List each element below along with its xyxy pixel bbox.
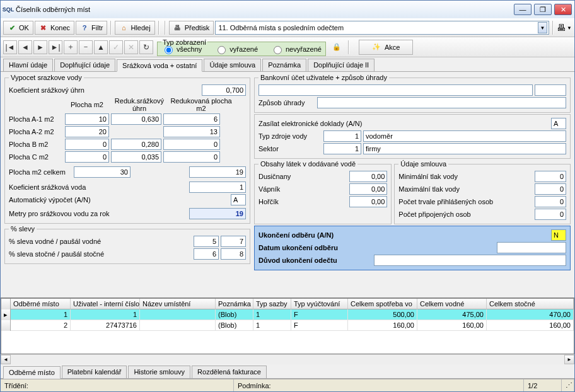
pripoj-input[interactable] (535, 209, 566, 220)
scroll-left-button[interactable]: ◄ (1, 355, 11, 364)
akce-button[interactable]: ✨Akce (359, 40, 413, 55)
col-pozn[interactable]: Poznámka (216, 299, 253, 309)
a1-redplocha-input[interactable] (163, 113, 220, 125)
min-tlak-input[interactable] (535, 171, 566, 182)
uk-an-input[interactable] (551, 229, 566, 241)
auto-input[interactable] (231, 194, 246, 205)
btab-kalendar[interactable]: Platební kalendář (62, 366, 127, 378)
btab-rozdel[interactable]: Rozdělená fakturace (192, 366, 267, 378)
sleva-stocne-b-input[interactable] (221, 248, 246, 260)
status-podminka: Podmínka: (234, 379, 524, 391)
sleva-stocne-a-input[interactable] (194, 248, 219, 260)
nav-prev-button[interactable]: ◄ (18, 40, 32, 54)
c-plocha-input[interactable] (65, 151, 109, 163)
nav-remove-button[interactable]: － (79, 40, 93, 54)
ok-button[interactable]: ✔OK (3, 21, 33, 35)
btab-historie[interactable]: Historie smlouvy (128, 366, 190, 378)
radio-vyrazene[interactable]: vyřazené (214, 44, 258, 54)
nav-refresh-button[interactable]: ↻ (139, 40, 153, 54)
koef-voda-input[interactable] (189, 182, 246, 193)
metry-input[interactable] (189, 208, 246, 219)
maximize-button[interactable]: ❐ (534, 4, 552, 15)
a2-redplocha-input[interactable] (163, 126, 220, 137)
col-uzivatel[interactable]: Uživatel - interní číslo (71, 299, 140, 309)
sektor-num-input[interactable] (323, 143, 361, 154)
radio-nevyrazene-input[interactable] (274, 46, 282, 54)
col-stocne[interactable]: Celkem stočné (487, 299, 574, 309)
nav-cancel-button[interactable]: ✕ (124, 40, 138, 54)
table-row[interactable]: 2 27473716 (Blob) 1 F 160,00 160,00 160,… (1, 320, 574, 331)
tab-dopln2[interactable]: Doplňující údaje II (308, 59, 375, 71)
bank-ucet-input[interactable] (258, 84, 533, 96)
search-icon: ⌂ (119, 23, 128, 32)
sleva-vodne-a-input[interactable] (194, 236, 219, 247)
max-tlak-input[interactable] (535, 183, 566, 195)
radio-vsechny[interactable]: všechny (161, 44, 202, 54)
trvale-input[interactable] (535, 196, 566, 207)
scroll-right-button[interactable]: ► (564, 355, 574, 364)
col-sazba[interactable]: Typ sazby (253, 299, 291, 309)
sleva-vodne-b-input[interactable] (221, 236, 246, 247)
col-vodne[interactable]: Celkem vodné (417, 299, 487, 309)
nav-next-button[interactable]: ► (33, 40, 47, 54)
hledej-button[interactable]: ⌂Hledej (115, 21, 154, 35)
nav-last-button[interactable]: ►| (49, 40, 62, 54)
c-reduk-input[interactable] (111, 151, 161, 163)
chevron-down-icon[interactable]: ▼ (567, 25, 572, 31)
radio-vsechny-input[interactable] (165, 46, 173, 54)
zasilat-input[interactable] (551, 118, 566, 129)
scroll-track[interactable] (11, 355, 564, 364)
data-grid[interactable]: Odběrné místo Uživatel - interní číslo N… (1, 298, 574, 354)
radio-vyrazene-input[interactable] (218, 46, 226, 54)
tab-dopln[interactable]: Doplňující údaje (54, 59, 115, 71)
col-nazev[interactable]: Název umístění (140, 299, 216, 309)
uk-duvod-input[interactable] (374, 255, 566, 266)
koef-uhrn-input[interactable] (202, 84, 246, 96)
celkem-redplocha-input[interactable] (189, 166, 246, 178)
typ-zdroj-num-input[interactable] (323, 130, 361, 142)
tab-poznamka[interactable]: Poznámka (262, 59, 306, 71)
typ-zdroj-txt-input[interactable] (363, 130, 566, 142)
nav-up-button[interactable]: ▲ (94, 40, 108, 54)
horcik-input[interactable] (349, 196, 387, 207)
close-button[interactable]: ✕ (554, 4, 572, 15)
bank-kod-input[interactable] (535, 84, 566, 96)
konec-button[interactable]: ✖Konec (35, 21, 74, 35)
dusic-input[interactable] (349, 171, 387, 182)
tab-srazkova[interactable]: Srážková voda + ostatní (117, 59, 202, 72)
chevron-down-icon[interactable]: ▼ (538, 22, 547, 33)
btab-misto[interactable]: Odběrné místo (3, 366, 61, 379)
predtisk-button[interactable]: 🖶Předtisk (169, 21, 214, 35)
uk-datum-input[interactable] (497, 242, 566, 253)
table-row[interactable]: ▸ 1 1 (Blob) 1 F 500,00 475,00 470,00 (1, 309, 574, 320)
col-spotreba[interactable]: Celkem spotřeba vo (348, 299, 417, 309)
separator (158, 21, 160, 35)
b-plocha-input[interactable] (65, 139, 109, 150)
printer-icon[interactable]: 🖶 (557, 23, 566, 32)
c-redplocha-input[interactable] (163, 151, 220, 163)
status-resize-grip[interactable]: ⋰ (562, 379, 574, 391)
filtr-button[interactable]: ?Filtr (76, 21, 107, 35)
nav-confirm-button[interactable]: ✓ (109, 40, 123, 54)
minimize-button[interactable]: — (514, 4, 531, 15)
col-misto[interactable]: Odběrné místo (11, 299, 71, 309)
radio-nevyrazene[interactable]: nevyřazené (270, 44, 322, 54)
celkem-plocha-input[interactable] (74, 166, 131, 178)
tab-hlavni[interactable]: Hlavní údaje (3, 59, 53, 71)
vapnik-input[interactable] (349, 183, 387, 195)
a1-plocha-input[interactable] (65, 113, 109, 125)
col-vyuct[interactable]: Typ vyúčtování (291, 299, 348, 309)
nav-first-button[interactable]: |◄ (3, 40, 17, 54)
b-reduk-input[interactable] (111, 139, 161, 150)
h-scrollbar[interactable]: ◄ ► (1, 354, 574, 364)
sektor-txt-input[interactable] (363, 143, 566, 154)
a2-plocha-input[interactable] (65, 126, 109, 137)
a1-reduk-input[interactable] (111, 113, 161, 125)
lock-icon[interactable]: 🔒 (332, 43, 341, 51)
predtisk-dropdown[interactable]: 11. Odběrná místa s posledním odečtem ▼ (215, 21, 549, 35)
b-redplocha-input[interactable] (163, 139, 220, 150)
zpusob-input[interactable] (317, 97, 566, 108)
tab-smlouva[interactable]: Údaje smlouva (204, 59, 261, 71)
grid-corner (1, 299, 11, 309)
nav-add-button[interactable]: ＋ (64, 40, 78, 54)
